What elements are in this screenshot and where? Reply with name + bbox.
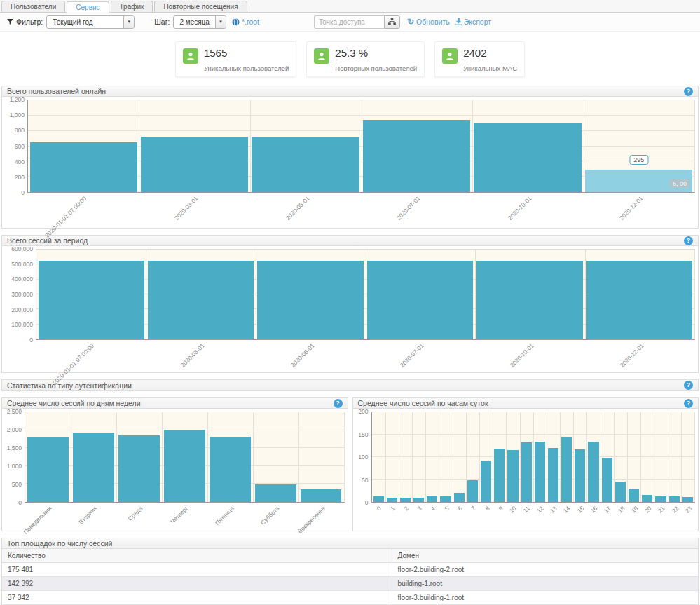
panel-header-sessions-hour[interactable]: Среднее число сессий по часам суток ?	[353, 398, 699, 409]
bar-7[interactable]	[467, 480, 478, 502]
refresh-label: Обновить	[416, 18, 450, 26]
bar-12[interactable]	[535, 442, 545, 502]
y-tick-label: 200	[358, 408, 368, 415]
step-select[interactable]: 2 месяца ▾	[173, 15, 226, 29]
export-button[interactable]: Экспорт	[455, 18, 491, 26]
bar-Суббота[interactable]	[255, 484, 296, 502]
funnel-icon	[7, 19, 13, 25]
gridline	[472, 100, 473, 192]
bar-2020-05-01[interactable]	[252, 137, 359, 192]
x-tick-label: 2020-10-01	[509, 342, 535, 369]
table-body: 175 481floor-2.building-2.root142 392bui…	[2, 563, 698, 605]
refresh-button[interactable]: ↻ Обновить	[407, 18, 450, 26]
chevron-down-icon[interactable]: ▾	[123, 16, 134, 28]
bar-2020-01-01 07:00:00[interactable]	[39, 261, 144, 339]
y-tick-label: 150	[358, 431, 368, 438]
bar-5[interactable]	[440, 496, 451, 502]
tab-users[interactable]: Пользователи	[1, 1, 65, 12]
tab-service[interactable]: Сервис	[67, 1, 109, 13]
hierarchy-picker-button[interactable]	[384, 15, 400, 29]
bar-21[interactable]	[655, 496, 666, 502]
bar-1[interactable]	[387, 498, 397, 502]
gridline	[385, 412, 386, 502]
tab-traffic[interactable]: Трафик	[111, 1, 153, 12]
panel-header-users-online[interactable]: Всего пользователей онлайн ?	[2, 86, 698, 97]
bar-15[interactable]	[575, 449, 585, 502]
bar-2020-05-01[interactable]	[257, 261, 363, 339]
bar-10[interactable]	[507, 450, 518, 502]
gridline	[627, 412, 628, 502]
bar-18[interactable]	[615, 482, 626, 502]
tab-repeat-visits[interactable]: Повторные посещения	[154, 1, 247, 12]
sessions-period-chart: 0100,000200,000300,000400,000500,000600,…	[5, 249, 695, 372]
help-icon[interactable]: ?	[684, 399, 693, 408]
x-tick-label: 10	[508, 505, 518, 515]
bar-14[interactable]	[561, 437, 572, 502]
y-tick-label: 100	[358, 454, 368, 461]
access-point-input[interactable]	[314, 15, 384, 29]
bar-13[interactable]	[548, 448, 558, 502]
bar-17[interactable]	[602, 458, 612, 502]
gridline	[253, 412, 254, 502]
bar-2020-10-01[interactable]	[474, 123, 581, 192]
bar-Среда[interactable]	[118, 435, 160, 502]
column-header: Домен	[392, 549, 698, 563]
bar-8[interactable]	[481, 461, 491, 502]
x-tick-label: 0	[376, 505, 383, 512]
y-tick-label: 1,000	[7, 463, 22, 470]
bar-16[interactable]	[588, 442, 598, 502]
bar-tooltip: 295	[629, 155, 648, 165]
bar-9[interactable]	[494, 449, 505, 502]
bar-23[interactable]	[682, 497, 693, 502]
gridline	[640, 412, 641, 502]
stats-row: 1565 Уникальных пользователей 25.3 % Пов…	[0, 41, 700, 77]
bar-2020-07-01[interactable]	[363, 120, 470, 192]
table-row: 142 392building-1.root	[2, 577, 698, 591]
filter-select[interactable]: Текущий год ▾	[46, 15, 135, 29]
bar-19[interactable]	[629, 489, 639, 502]
panel-header-auth-stats[interactable]: Статистика по типу аутентификации ?	[2, 380, 698, 390]
x-tick-label: 12	[535, 505, 545, 515]
help-icon[interactable]: ?	[334, 399, 343, 408]
y-tick-label: 500,000	[11, 261, 33, 268]
x-tick-label: 2020-01-01 07:00:00	[44, 195, 88, 239]
bar-2020-07-01[interactable]	[367, 261, 473, 339]
bar-0[interactable]	[373, 496, 384, 502]
gridline	[116, 412, 117, 502]
bar-2020-03-01[interactable]	[141, 137, 248, 192]
root-domain-link[interactable]: *.root	[232, 18, 259, 26]
x-axis-labels: ПонедельникВторникСредаЧетвергПятницаСуб…	[25, 503, 345, 531]
bar-Пятница[interactable]	[210, 437, 251, 502]
bar-11[interactable]	[521, 442, 532, 502]
bar-Четверг[interactable]	[164, 430, 205, 502]
stat-value: 25.3 %	[335, 47, 417, 59]
bar-Вторник[interactable]	[73, 433, 114, 502]
bar-2020-10-01[interactable]	[476, 261, 582, 339]
gridline	[654, 412, 654, 502]
chevron-down-icon[interactable]: ▾	[215, 16, 226, 28]
bar-3[interactable]	[413, 498, 424, 502]
x-tick-label: 1	[389, 505, 396, 512]
panel-header-top-sites[interactable]: Топ площадок по числу сессий	[2, 538, 698, 549]
sessions-weekday-chart: 05001,0001,5002,0002,500 ПонедельникВтор…	[5, 412, 345, 531]
bar-2[interactable]	[400, 498, 411, 502]
help-icon[interactable]: ?	[684, 381, 693, 390]
bar-2020-12-01[interactable]	[586, 261, 692, 339]
panel-title: Топ площадок по числу сессий	[7, 539, 112, 548]
bar-Понедельник[interactable]	[27, 437, 69, 502]
bar-Воскресенье[interactable]	[301, 489, 342, 502]
bar-2020-01-01 07:00:00[interactable]	[30, 142, 137, 193]
bar-20[interactable]	[642, 495, 652, 502]
help-icon[interactable]: ?	[684, 236, 693, 245]
help-icon[interactable]: ?	[684, 87, 693, 96]
bar-2020-03-01[interactable]	[148, 261, 254, 339]
bar-22[interactable]	[669, 496, 680, 502]
bar-4[interactable]	[427, 496, 437, 502]
panel-auth-stats: Статистика по типу аутентификации ?	[1, 379, 699, 391]
bar-6[interactable]	[454, 493, 465, 502]
user-icon	[314, 48, 329, 64]
panel-header-sessions-weekday[interactable]: Среднее число сессий по дням недели ?	[2, 398, 348, 409]
panel-header-sessions-period[interactable]: Всего сессий за период ?	[2, 236, 698, 246]
x-tick-label: 6	[456, 505, 463, 512]
table-cell: building-1.root	[392, 577, 698, 591]
